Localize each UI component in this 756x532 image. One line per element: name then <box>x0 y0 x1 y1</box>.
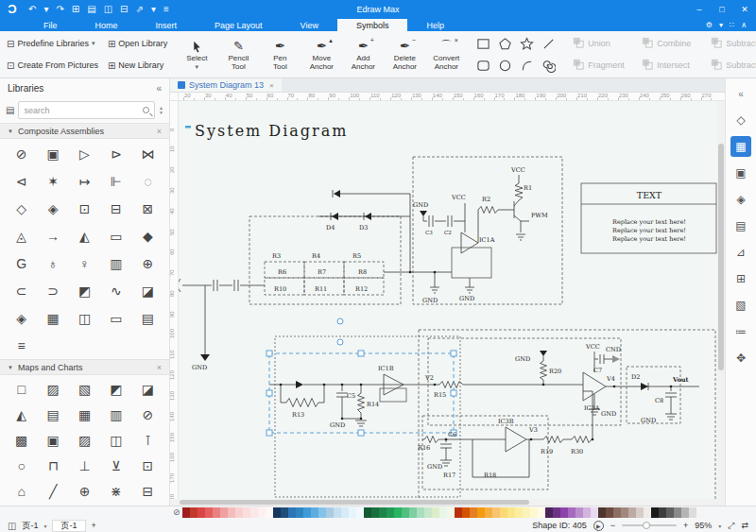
library-symbol[interactable]: □ <box>6 376 37 402</box>
color-swatch[interactable] <box>258 507 266 518</box>
color-swatch[interactable] <box>318 507 326 518</box>
section-close-icon[interactable]: × <box>157 127 162 136</box>
color-swatch[interactable] <box>303 507 311 518</box>
color-swatch[interactable] <box>439 507 447 518</box>
minimize-button[interactable]: – <box>688 0 711 19</box>
library-symbol[interactable]: ◫ <box>100 427 131 453</box>
color-swatch[interactable] <box>492 507 500 518</box>
color-swatch[interactable] <box>560 507 568 518</box>
library-symbol[interactable]: ▧ <box>69 376 100 402</box>
pen-tool[interactable]: ✒PenTool <box>259 32 301 77</box>
library-symbol[interactable]: ◭ <box>69 222 100 249</box>
color-swatch[interactable] <box>598 507 606 518</box>
section-composite-assemblies[interactable]: ▼ Composite Assemblies × <box>0 123 169 139</box>
color-swatch[interactable] <box>606 507 613 518</box>
menu-tab-help[interactable]: Help <box>407 19 463 31</box>
library-symbol[interactable]: ⊂ <box>6 277 37 304</box>
color-swatch[interactable] <box>674 507 681 518</box>
export-caret-icon[interactable]: ▾ <box>151 0 156 19</box>
color-swatch[interactable] <box>651 507 659 518</box>
library-symbol[interactable]: ⊟ <box>100 195 131 222</box>
library-symbol[interactable]: ◭ <box>6 402 37 427</box>
shape-circle-button[interactable] <box>497 57 514 74</box>
library-symbol[interactable]: ♀ <box>69 249 100 277</box>
color-swatch[interactable] <box>296 507 303 518</box>
menu-tab-home[interactable]: Home <box>77 19 137 31</box>
library-symbol[interactable]: ◩ <box>69 277 100 304</box>
scroll-spinner[interactable]: ▲▼ <box>159 106 163 114</box>
page-caret-icon[interactable]: ▾ <box>43 523 46 529</box>
add-page-button[interactable]: + <box>92 521 96 530</box>
color-swatch[interactable] <box>591 507 598 518</box>
color-swatch[interactable] <box>507 507 515 518</box>
color-swatch[interactable] <box>213 507 220 518</box>
color-swatch[interactable] <box>235 507 243 518</box>
library-symbol[interactable]: ▣ <box>37 140 68 167</box>
color-swatch[interactable] <box>515 507 523 518</box>
undo-icon[interactable]: ↶ <box>28 0 36 19</box>
color-swatch[interactable] <box>394 507 402 518</box>
no-fill-icon[interactable]: ⊘ <box>173 508 180 517</box>
delete-anchor-tool[interactable]: ✒−DeleteAnchor <box>384 32 425 77</box>
outline-list-icon[interactable]: ≔ <box>730 321 751 342</box>
library-symbol[interactable]: ▭ <box>100 304 131 332</box>
section-close-icon[interactable]: × <box>157 363 162 372</box>
shape-spiral-button[interactable] <box>541 57 558 74</box>
library-symbol[interactable]: ◆ <box>132 222 163 249</box>
library-symbol[interactable]: ▤ <box>37 402 68 427</box>
color-swatch[interactable] <box>190 507 198 518</box>
library-symbol[interactable]: ◪ <box>132 376 163 402</box>
library-symbol[interactable]: ⊲ <box>6 167 37 195</box>
table-icon[interactable]: ⊞ <box>730 268 751 289</box>
add-anchor-tool[interactable]: ✒+AddAnchor <box>342 32 384 77</box>
create-from-pictures-button[interactable]: ⊡Create From Pictures <box>4 55 101 77</box>
library-symbol[interactable]: ⊕ <box>69 478 100 504</box>
color-swatch[interactable] <box>273 507 281 518</box>
library-symbol[interactable]: ∿ <box>100 277 131 304</box>
shape-rect-button[interactable] <box>475 35 492 52</box>
page-nav-icon[interactable]: ◫ <box>8 521 16 531</box>
maximize-button[interactable]: □ <box>711 0 733 19</box>
pencil-tool[interactable]: ✎PencilTool <box>217 32 259 77</box>
library-symbol[interactable]: ⊘ <box>6 140 37 167</box>
fullscreen-icon[interactable]: ⤢ <box>728 521 734 531</box>
chart-icon[interactable]: ⊿ <box>730 242 751 263</box>
close-tab-icon[interactable]: × <box>269 81 274 90</box>
library-symbol[interactable]: ⊥ <box>69 453 100 478</box>
vertical-scroll-thumb[interactable] <box>718 144 724 370</box>
color-swatch[interactable] <box>500 507 507 518</box>
more-commands-icon[interactable]: ≡ <box>163 0 169 19</box>
color-swatch[interactable] <box>530 507 538 518</box>
menu-tab-view[interactable]: View <box>282 19 337 31</box>
color-swatch[interactable] <box>371 507 379 518</box>
settings-caret-icon[interactable]: ▾ <box>719 21 723 29</box>
save-icon[interactable]: ◫ <box>104 0 112 19</box>
color-swatch[interactable] <box>288 507 296 518</box>
zoom-slider[interactable] <box>622 524 677 526</box>
shape-pentagon-button[interactable] <box>497 35 514 52</box>
library-symbol[interactable]: ◈ <box>37 195 68 222</box>
library-symbol[interactable]: ⊘ <box>132 402 163 427</box>
color-swatch[interactable] <box>409 507 417 518</box>
shape-star-button[interactable] <box>519 35 536 52</box>
library-symbol[interactable]: ⊟ <box>132 478 163 504</box>
apps-grid-icon[interactable]: ∷ <box>730 21 734 29</box>
color-swatch[interactable] <box>417 507 424 518</box>
menu-tab-file[interactable]: File <box>25 19 77 31</box>
layers-icon[interactable]: ◈ <box>730 189 751 210</box>
color-swatch[interactable] <box>281 507 288 518</box>
predefine-libraries-button[interactable]: ⊟Predefine Libraries▾ <box>4 33 101 55</box>
color-swatch[interactable] <box>636 507 644 518</box>
color-swatch[interactable] <box>220 507 228 518</box>
color-swatch[interactable] <box>523 507 530 518</box>
zoom-level[interactable]: 95% <box>695 521 712 530</box>
color-swatch[interactable] <box>477 507 485 518</box>
export-icon[interactable]: ⇗ <box>136 0 144 19</box>
color-swatch[interactable] <box>689 507 696 518</box>
library-symbol[interactable]: ▨ <box>69 427 100 453</box>
library-symbol[interactable]: ◇ <box>6 195 37 222</box>
library-symbol[interactable]: ◩ <box>100 376 131 402</box>
color-swatch[interactable] <box>326 507 334 518</box>
library-symbol[interactable]: ▷ <box>69 140 100 167</box>
color-swatch[interactable] <box>568 507 576 518</box>
